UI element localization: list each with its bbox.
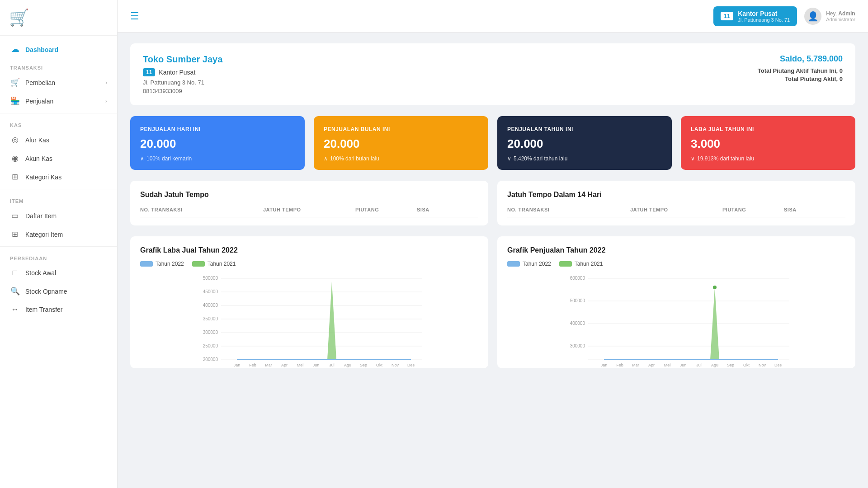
sidebar-item-label: Penjualan <box>25 98 53 105</box>
kategori-kas-icon: ⊞ <box>10 172 20 182</box>
svg-text:300000: 300000 <box>570 343 585 348</box>
th-no-transaksi-r: NO. TRANSAKSI <box>507 207 630 212</box>
sidebar-item-label: Daftar Item <box>25 212 57 220</box>
svg-text:Nov: Nov <box>759 363 766 367</box>
store-info-card: Toko Sumber Jaya 11 Kantor Pusat Jl. Pat… <box>130 43 855 105</box>
sidebar-item-label: Kategori Item <box>25 231 63 238</box>
topbar-right: 11 Kantor Pusat Jl. Pattunuang 3 No. 71 … <box>713 6 855 26</box>
sidebar-item-kategori-item[interactable]: ⊞ Kategori Item <box>0 225 117 244</box>
th-no-transaksi: NO. TRANSAKSI <box>140 207 263 212</box>
stats-row: PENJUALAN HARI INI 20.000 ∧ 100% dari ke… <box>130 116 855 170</box>
legend-label-2021-right: Tahun 2021 <box>575 261 603 267</box>
th-sisa: SISA <box>417 207 478 212</box>
legend-dot-2021-right <box>559 261 572 267</box>
svg-text:Jul: Jul <box>329 363 335 367</box>
legend-dot-2022-right <box>507 261 520 267</box>
logo-icon: 🛒 <box>9 8 29 27</box>
branch-badge: 11 <box>143 68 155 76</box>
hamburger-menu-icon[interactable]: ☰ <box>130 10 139 22</box>
store-badge[interactable]: 11 Kantor Pusat Jl. Pattunuang 3 No. 71 <box>713 6 797 26</box>
th-sisa-r: SISA <box>784 207 845 212</box>
svg-text:Mei: Mei <box>297 363 304 367</box>
store-badge-addr: Jl. Pattunuang 3 No. 71 <box>738 17 790 23</box>
legend-dot-2021-left <box>192 261 205 267</box>
down-arrow-icon: ∨ <box>507 155 511 162</box>
svg-point-50 <box>713 286 717 289</box>
chart-laba-jual: Grafik Laba Jual Tahun 2022 Tahun 2022 T… <box>130 236 488 368</box>
chart-laba-title: Grafik Laba Jual Tahun 2022 <box>140 246 478 254</box>
sidebar-item-stock-opname[interactable]: 🔍 Stock Opname <box>0 282 117 300</box>
svg-text:Jun: Jun <box>680 363 687 367</box>
sidebar-item-label: Pembelian <box>25 79 55 86</box>
svg-text:Apr: Apr <box>648 363 655 367</box>
store-card-left: Toko Sumber Jaya 11 Kantor Pusat Jl. Pat… <box>143 54 222 94</box>
sidebar-item-alur-kas[interactable]: ◎ Alur Kas <box>0 131 117 149</box>
chart-penjualan-title: Grafik Penjualan Tahun 2022 <box>507 246 845 254</box>
svg-text:Agu: Agu <box>344 363 351 367</box>
stat-change-bulan-ini: ∧ 100% dari bulan lalu <box>324 155 478 162</box>
section-label-persediaan: PERSEDIAAN <box>0 249 117 264</box>
store-badge-name: Kantor Pusat <box>738 10 790 17</box>
svg-text:Mar: Mar <box>265 363 272 367</box>
svg-text:250000: 250000 <box>203 343 218 348</box>
sidebar-item-kategori-kas[interactable]: ⊞ Kategori Kas <box>0 168 117 186</box>
legend-2021-left: Tahun 2021 <box>192 261 236 267</box>
chevron-right-icon: › <box>105 80 107 86</box>
section-label-transaksi: TRANSAKSI <box>0 59 117 73</box>
branch-name: Kantor Pusat <box>159 69 195 76</box>
sidebar-item-item-transfer[interactable]: ↔ Item Transfer <box>0 300 117 319</box>
store-phone: 081343933009 <box>143 88 222 94</box>
th-piutang-r: PIUTANG <box>722 207 784 212</box>
svg-text:Okt: Okt <box>743 363 750 367</box>
sidebar-nav: ☁ Dashboard TRANSAKSI 🛒 Pembelian › 🏪 Pe… <box>0 36 117 488</box>
svg-text:Mei: Mei <box>664 363 671 367</box>
store-badge-num: 11 <box>721 12 733 20</box>
svg-text:400000: 400000 <box>570 321 585 326</box>
sidebar-item-dashboard[interactable]: ☁ Dashboard <box>0 40 117 59</box>
up-arrow-icon: ∧ <box>140 155 144 162</box>
legend-2021-right: Tahun 2021 <box>559 261 603 267</box>
user-info[interactable]: 👤 Hey, Admin Administrator <box>804 8 855 25</box>
sidebar-item-pembelian[interactable]: 🛒 Pembelian › <box>0 73 117 92</box>
sidebar-item-label: Alur Kas <box>25 136 49 144</box>
content: Toko Sumber Jaya 11 Kantor Pusat Jl. Pat… <box>118 33 868 488</box>
stat-change-text-hari-ini: 100% dari kemarin <box>146 155 192 162</box>
sidebar-item-akun-kas[interactable]: ◉ Akun Kas <box>0 149 117 168</box>
stat-change-laba: ∨ 19.913% dari tahun lalu <box>691 155 845 162</box>
stat-value-hari-ini: 20.000 <box>140 137 295 151</box>
sidebar-item-stock-awal[interactable]: □ Stock Awal <box>0 264 117 282</box>
sudah-jatuh-tempo-panel: Sudah Jatuh Tempo NO. TRANSAKSI JATUH TE… <box>130 181 488 225</box>
sidebar-item-daftar-item[interactable]: ▭ Daftar Item <box>0 206 117 225</box>
section-label-kas: KAS <box>0 116 117 131</box>
stock-awal-icon: □ <box>10 268 20 277</box>
stat-change-text-tahun-ini: 5.420% dari tahun lalu <box>514 155 567 162</box>
stat-value-tahun-ini: 20.000 <box>507 137 662 151</box>
stat-value-bulan-ini: 20.000 <box>324 137 478 151</box>
svg-text:Apr: Apr <box>281 363 288 367</box>
sidebar-item-label: Dashboard <box>25 46 58 53</box>
svg-text:Des: Des <box>774 363 782 367</box>
stat-card-hari-ini: PENJUALAN HARI INI 20.000 ∧ 100% dari ke… <box>130 116 305 170</box>
sidebar-item-penjualan[interactable]: 🏪 Penjualan › <box>0 92 117 110</box>
th-jatuh-tempo: JATUH TEMPO <box>263 207 355 212</box>
user-text: Hey, Admin Administrator <box>826 10 855 22</box>
dashboard-icon: ☁ <box>10 45 20 54</box>
legend-label-2021-left: Tahun 2021 <box>208 261 236 267</box>
jatuh-tempo-left-header: NO. TRANSAKSI JATUH TEMPO PIUTANG SISA <box>140 207 478 217</box>
piutang-aktif-row: Total Piutang Aktif, 0 <box>758 75 843 82</box>
saldo-label: Saldo, 5.789.000 <box>758 54 843 64</box>
svg-text:500000: 500000 <box>570 298 585 303</box>
jatuh-tempo-right-header: NO. TRANSAKSI JATUH TEMPO PIUTANG SISA <box>507 207 845 217</box>
stock-opname-icon: 🔍 <box>10 286 20 296</box>
legend-2022-right: Tahun 2022 <box>507 261 551 267</box>
svg-text:Sep: Sep <box>727 363 734 367</box>
legend-label-2022-left: Tahun 2022 <box>156 261 184 267</box>
legend-label-2022-right: Tahun 2022 <box>523 261 551 267</box>
svg-text:Jan: Jan <box>234 363 241 367</box>
svg-text:350000: 350000 <box>203 316 218 321</box>
svg-text:Sep: Sep <box>360 363 367 367</box>
svg-text:450000: 450000 <box>203 289 218 294</box>
piutang-aktif-tahun-label: Total Piutang Aktif Tahun Ini, <box>758 67 838 74</box>
stat-label-tahun-ini: PENJUALAN TAHUN INI <box>507 126 662 132</box>
piutang-aktif-tahun-row: Total Piutang Aktif Tahun Ini, 0 <box>758 67 843 74</box>
